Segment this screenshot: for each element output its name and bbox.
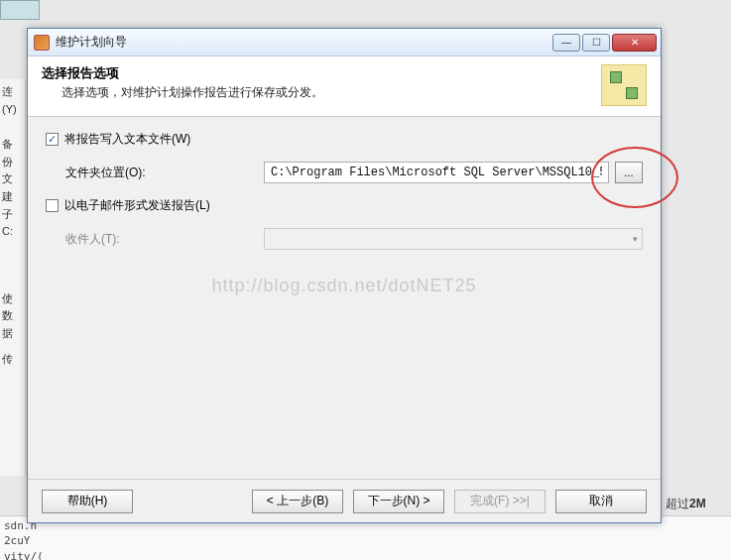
email-report-label[interactable]: 以电子邮件形式发送报告(L) bbox=[64, 197, 210, 214]
help-button[interactable]: 帮助(H) bbox=[42, 490, 133, 513]
app-icon bbox=[34, 35, 50, 51]
recipient-row: 收件人(T): ▾ bbox=[46, 228, 643, 250]
maximize-button[interactable]: ☐ bbox=[582, 34, 610, 52]
bg-left-text: 连(Y) 备份文 建子 C: 使数据 传 bbox=[0, 79, 25, 372]
recipient-combo: ▾ bbox=[264, 228, 643, 250]
wizard-dialog: 维护计划向导 — ☐ ✕ 选择报告选项 选择选项，对维护计划操作报告进行保存或分… bbox=[27, 28, 662, 523]
browse-button[interactable]: ... bbox=[615, 162, 643, 183]
folder-row: 文件夹位置(O): ... bbox=[46, 162, 643, 183]
back-button[interactable]: < 上一步(B) bbox=[252, 490, 343, 513]
write-to-file-checkbox[interactable]: ✓ bbox=[46, 133, 59, 146]
watermark-text: http://blog.csdn.net/dotNET25 bbox=[28, 276, 661, 296]
header-panel: 选择报告选项 选择选项，对维护计划操作报告进行保存或分发。 bbox=[28, 56, 661, 117]
recipient-label: 收件人(T): bbox=[65, 231, 264, 248]
footer: 帮助(H) < 上一步(B) 下一步(N) > 完成(F) >>| 取消 bbox=[28, 479, 661, 522]
window-title: 维护计划向导 bbox=[56, 34, 552, 51]
email-report-row: 以电子邮件形式发送报告(L) bbox=[46, 197, 643, 214]
minimize-button[interactable]: — bbox=[552, 34, 580, 52]
window-controls: — ☐ ✕ bbox=[552, 34, 657, 52]
email-report-checkbox[interactable] bbox=[46, 199, 59, 212]
bg-left-panel: 连(Y) 备份文 建子 C: 使数据 传 bbox=[0, 79, 26, 476]
chevron-down-icon: ▾ bbox=[633, 234, 638, 244]
cancel-button[interactable]: 取消 bbox=[555, 490, 647, 513]
write-to-file-label[interactable]: 将报告写入文本文件(W) bbox=[64, 131, 190, 148]
folder-input[interactable] bbox=[264, 162, 609, 183]
page-subtitle: 选择选项，对维护计划操作报告进行保存或分发。 bbox=[42, 84, 593, 101]
finish-button: 完成(F) >>| bbox=[454, 490, 546, 513]
folder-label: 文件夹位置(O): bbox=[65, 165, 264, 181]
next-button[interactable]: 下一步(N) > bbox=[353, 490, 444, 513]
content-area: ✓ 将报告写入文本文件(W) 文件夹位置(O): ... 以电子邮件形式发送报告… bbox=[28, 117, 661, 479]
wizard-icon bbox=[601, 64, 647, 106]
write-to-file-row: ✓ 将报告写入文本文件(W) bbox=[46, 131, 643, 148]
close-button[interactable]: ✕ bbox=[612, 34, 657, 52]
page-title: 选择报告选项 bbox=[42, 64, 593, 82]
titlebar[interactable]: 维护计划向导 — ☐ ✕ bbox=[28, 29, 661, 56]
bg-window-fragment bbox=[0, 0, 40, 20]
